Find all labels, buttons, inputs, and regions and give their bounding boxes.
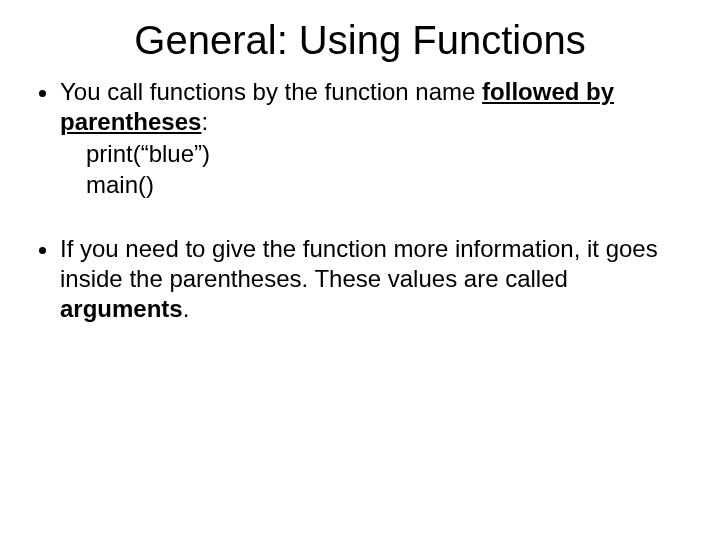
- bullet-item-2: If you need to give the function more in…: [60, 234, 684, 324]
- bullet1-text-a: You call functions by the function name: [60, 78, 482, 105]
- bullet-item-1: You call functions by the function name …: [60, 77, 684, 200]
- bullet2-text-a: If you need to give the function more in…: [60, 235, 658, 292]
- slide: General: Using Functions You call functi…: [0, 0, 720, 540]
- bullet-list: You call functions by the function name …: [36, 77, 684, 324]
- code-line-2: main(): [86, 170, 684, 201]
- bullet2-text-b: .: [183, 295, 190, 322]
- code-line-1: print(“blue”): [86, 139, 684, 170]
- bullet2-bold: arguments: [60, 295, 183, 322]
- code-block: print(“blue”) main(): [86, 139, 684, 200]
- slide-title: General: Using Functions: [36, 18, 684, 63]
- bullet1-text-b: :: [201, 108, 208, 135]
